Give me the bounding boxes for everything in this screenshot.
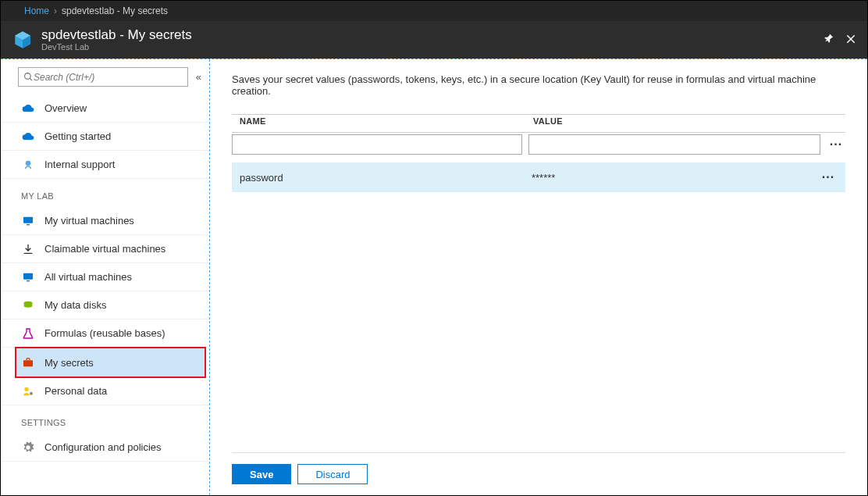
sidebar-item-label: Overview xyxy=(44,102,87,114)
svg-point-12 xyxy=(30,391,33,394)
svg-rect-10 xyxy=(23,360,33,366)
row-actions-icon[interactable]: ··· xyxy=(819,170,838,184)
support-icon xyxy=(21,158,35,172)
sidebar-item-label: Getting started xyxy=(44,130,111,142)
sidebar-section-mylab: MY LAB xyxy=(1,179,209,207)
sidebar-item-label: My secrets xyxy=(44,357,94,369)
svg-point-11 xyxy=(24,387,28,391)
main-content: Saves your secret values (passwords, tok… xyxy=(210,59,867,495)
cloud-icon xyxy=(21,102,35,116)
search-icon xyxy=(23,72,34,82)
secret-value-cell: ****** xyxy=(532,172,819,184)
secret-name-input[interactable] xyxy=(232,134,522,155)
sidebar-item-config-policies[interactable]: Configuration and policies xyxy=(1,434,209,462)
page-title: spdevtestlab - My secrets xyxy=(41,28,824,43)
svg-rect-6 xyxy=(27,224,30,225)
column-name: NAME xyxy=(240,116,533,126)
svg-line-3 xyxy=(30,78,32,80)
row-actions-icon[interactable]: ··· xyxy=(827,137,845,152)
rocket-icon xyxy=(21,130,35,144)
sidebar: « Overview Getting started Internal supp… xyxy=(1,59,210,495)
secret-value-input[interactable] xyxy=(528,134,820,155)
sidebar-item-label: Internal support xyxy=(44,159,115,170)
svg-point-4 xyxy=(26,160,31,166)
sidebar-item-label: Configuration and policies xyxy=(44,441,162,453)
sidebar-item-internal-support[interactable]: Internal support xyxy=(1,151,209,179)
description-text: Saves your secret values (passwords, tok… xyxy=(232,73,845,97)
page-subtitle: DevTest Lab xyxy=(41,42,824,52)
svg-point-2 xyxy=(25,73,31,80)
blade-header: spdevtestlab - My secrets DevTest Lab xyxy=(1,21,867,59)
breadcrumb: Home › spdevtestlab - My secrets xyxy=(1,1,867,21)
briefcase-icon xyxy=(21,355,35,369)
sidebar-item-getting-started[interactable]: Getting started xyxy=(1,123,209,151)
collapse-icon[interactable]: « xyxy=(196,71,201,83)
search-input-wrapper[interactable] xyxy=(18,67,188,87)
sidebar-item-my-vms[interactable]: My virtual machines xyxy=(1,207,209,235)
sidebar-item-label: Claimable virtual machines xyxy=(44,243,165,255)
sidebar-item-label: Formulas (reusable bases) xyxy=(44,327,165,339)
pin-icon[interactable] xyxy=(824,34,834,47)
svg-rect-5 xyxy=(23,216,33,223)
sidebar-item-data-disks[interactable]: My data disks xyxy=(1,291,209,319)
sidebar-item-label: Personal data xyxy=(44,385,107,397)
column-value: VALUE xyxy=(533,116,822,126)
sidebar-item-my-secrets[interactable]: My secrets xyxy=(15,347,206,378)
breadcrumb-home[interactable]: Home xyxy=(24,5,49,16)
sidebar-item-personal-data[interactable]: Personal data xyxy=(1,377,209,405)
sidebar-item-all-vms[interactable]: All virtual machines xyxy=(1,263,209,291)
chevron-right-icon: › xyxy=(54,5,57,16)
monitors-icon xyxy=(21,270,35,284)
sidebar-item-label: My virtual machines xyxy=(44,215,134,227)
secret-name-cell: password xyxy=(240,172,532,184)
discard-button[interactable]: Discard xyxy=(297,464,368,484)
flask-icon xyxy=(21,327,35,341)
save-button[interactable]: Save xyxy=(232,464,291,484)
svg-rect-8 xyxy=(27,280,30,281)
disks-icon xyxy=(21,298,35,312)
download-icon xyxy=(21,242,35,256)
monitor-icon xyxy=(21,214,35,228)
sidebar-item-claimable-vms[interactable]: Claimable virtual machines xyxy=(1,235,209,263)
new-secret-row: ··· xyxy=(232,134,845,155)
footer-actions: Save Discard xyxy=(232,452,845,495)
person-gear-icon xyxy=(21,384,35,398)
sidebar-item-label: All virtual machines xyxy=(44,271,132,283)
sidebar-item-label: My data disks xyxy=(44,299,106,311)
gear-icon xyxy=(21,441,35,455)
breadcrumb-current: spdevtestlab - My secrets xyxy=(62,5,168,16)
sidebar-item-formulas[interactable]: Formulas (reusable bases) xyxy=(1,319,209,348)
cube-icon xyxy=(12,29,34,51)
search-input[interactable] xyxy=(34,72,183,83)
sidebar-item-overview[interactable]: Overview xyxy=(1,95,209,123)
svg-rect-7 xyxy=(23,273,33,279)
table-header: NAME VALUE xyxy=(232,116,845,132)
table-row[interactable]: password ****** ··· xyxy=(232,162,845,192)
sidebar-section-settings: SETTINGS xyxy=(1,405,209,434)
close-icon[interactable] xyxy=(845,34,856,47)
